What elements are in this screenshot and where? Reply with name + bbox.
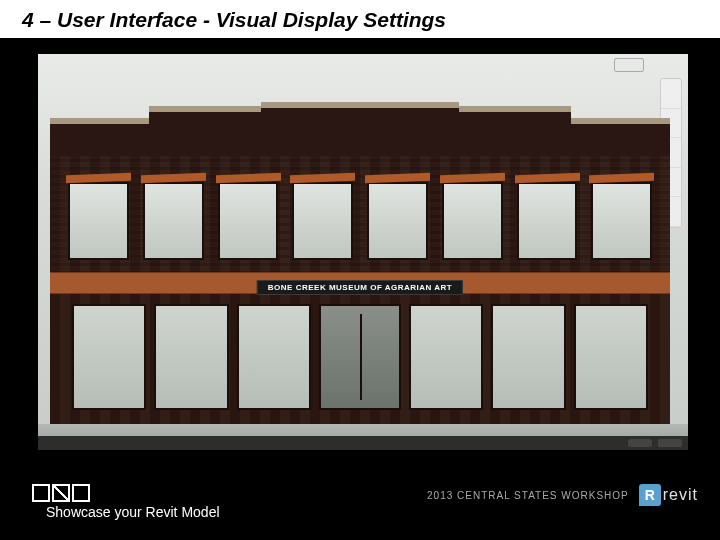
upper-windows	[68, 182, 652, 260]
left-logo	[32, 484, 90, 506]
rkc-logo-icon	[32, 484, 90, 502]
title-bar: 4 – User Interface - Visual Display Sett…	[0, 0, 720, 38]
app-screenshot: BONE CREEK MUSEUM OF AGRARIAN ART	[38, 54, 688, 450]
entry-door	[319, 304, 400, 410]
workshop-label: 2013 CENTRAL STATES WORKSHOP	[427, 490, 629, 501]
status-bar	[38, 436, 688, 450]
status-chip[interactable]	[658, 439, 682, 447]
revit-text: revit	[663, 486, 698, 504]
building-sign: BONE CREEK MUSEUM OF AGRARIAN ART	[257, 280, 463, 295]
revit-r-icon: R	[639, 484, 661, 506]
status-chip[interactable]	[628, 439, 652, 447]
footer-right: 2013 CENTRAL STATES WORKSHOP R revit	[427, 484, 698, 506]
storefront	[72, 304, 648, 410]
roofline	[50, 104, 670, 160]
slide-title: 4 – User Interface - Visual Display Sett…	[22, 8, 698, 32]
revit-logo: R revit	[639, 484, 698, 506]
viewport-button[interactable]	[614, 58, 644, 72]
building-render: BONE CREEK MUSEUM OF AGRARIAN ART	[50, 104, 670, 424]
slide: 4 – User Interface - Visual Display Sett…	[0, 0, 720, 540]
slide-footer: Showcase your Revit Model 2013 CENTRAL S…	[0, 450, 720, 540]
slide-caption: Showcase your Revit Model	[46, 504, 220, 520]
